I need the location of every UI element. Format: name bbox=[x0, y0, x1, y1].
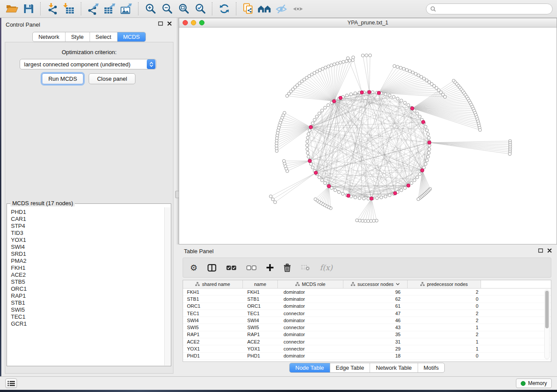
close-panel-icon[interactable] bbox=[547, 248, 552, 253]
table-cell[interactable]: 2 bbox=[408, 332, 481, 337]
open-file-button[interactable] bbox=[3, 2, 20, 16]
mcds-result-item[interactable]: SWI5 bbox=[11, 306, 164, 313]
search-input[interactable] bbox=[439, 6, 548, 12]
memory-button[interactable]: Memory bbox=[516, 378, 552, 388]
table-scrollbar[interactable] bbox=[544, 289, 550, 359]
network-graph[interactable] bbox=[179, 28, 557, 244]
table-cell[interactable]: YOX1 bbox=[243, 346, 278, 351]
delete-row-button[interactable] bbox=[284, 264, 291, 272]
mcds-result-item[interactable]: ORC1 bbox=[11, 285, 164, 292]
mcds-result-item[interactable]: STP4 bbox=[11, 223, 164, 230]
table-cell[interactable]: TEC1 bbox=[243, 311, 278, 316]
table-row[interactable]: YOX1YOX1connector291 bbox=[183, 345, 551, 352]
zoom-selected-button[interactable] bbox=[192, 2, 208, 16]
show-all-button[interactable] bbox=[290, 2, 306, 16]
mcds-result-item[interactable]: SWI4 bbox=[11, 244, 164, 251]
zoom-in-button[interactable] bbox=[142, 2, 159, 16]
tab-node-table[interactable]: Node Table bbox=[290, 363, 330, 372]
float-panel-icon[interactable] bbox=[158, 21, 163, 26]
mcds-result-item[interactable]: FKH1 bbox=[11, 265, 164, 272]
table-cell[interactable]: connector bbox=[278, 311, 343, 316]
tab-mcds[interactable]: MCDS bbox=[117, 32, 145, 41]
table-cell[interactable]: 46 bbox=[343, 318, 408, 323]
criterion-select[interactable]: largest connected component (undirected) bbox=[20, 59, 156, 69]
table-cell[interactable]: ACE2 bbox=[243, 339, 278, 344]
mcds-result-item[interactable]: TEC1 bbox=[11, 313, 164, 320]
table-cell[interactable]: YOX1 bbox=[183, 346, 243, 351]
tab-network-table[interactable]: Network Table bbox=[370, 363, 417, 372]
mcds-result-item[interactable]: STB1 bbox=[11, 299, 164, 306]
tab-style[interactable]: Style bbox=[65, 32, 90, 41]
refresh-view-button[interactable] bbox=[216, 2, 232, 16]
column-header-mcds-role[interactable]: MCDS role bbox=[278, 280, 343, 288]
mcds-result-item[interactable]: PMA2 bbox=[11, 258, 164, 265]
table-cell[interactable]: 31 bbox=[343, 339, 408, 344]
table-cell[interactable]: SWI5 bbox=[243, 325, 278, 330]
table-cell[interactable]: RAP1 bbox=[243, 332, 278, 337]
hide-selected-button[interactable] bbox=[273, 2, 290, 16]
column-settings-button[interactable]: ⚙ bbox=[190, 264, 197, 272]
import-network-button[interactable] bbox=[44, 2, 61, 16]
table-cell[interactable]: 1 bbox=[408, 346, 481, 351]
export-table-button[interactable] bbox=[101, 2, 118, 16]
mcds-result-item[interactable]: SRD1 bbox=[11, 251, 164, 258]
table-cell[interactable]: 29 bbox=[343, 346, 408, 351]
table-cell[interactable]: 62 bbox=[343, 296, 408, 302]
table-cell[interactable]: dominator bbox=[278, 296, 343, 302]
column-header-shared-name[interactable]: shared name bbox=[183, 280, 243, 288]
table-cell[interactable]: 0 bbox=[408, 353, 481, 358]
window-maximize-traffic-light[interactable] bbox=[199, 20, 204, 25]
table-cell[interactable]: 2 bbox=[408, 311, 481, 316]
network-canvas[interactable] bbox=[179, 28, 557, 244]
export-network-button[interactable] bbox=[85, 2, 101, 16]
table-cell[interactable]: dominator bbox=[278, 289, 343, 295]
import-table-button[interactable] bbox=[61, 2, 77, 16]
clone-network-button[interactable] bbox=[240, 2, 256, 16]
close-panel-button[interactable]: Close panel bbox=[89, 73, 135, 84]
export-image-button[interactable] bbox=[118, 2, 135, 16]
table-cell[interactable]: ORC1 bbox=[183, 303, 243, 309]
mcds-list-scrollbar[interactable] bbox=[164, 207, 170, 365]
table-cell[interactable]: TEC1 bbox=[183, 311, 243, 316]
table-cell[interactable]: dominator bbox=[278, 318, 343, 323]
table-cell[interactable]: 0 bbox=[408, 296, 481, 302]
table-cell[interactable]: PHD1 bbox=[243, 353, 278, 358]
mcds-result-item[interactable]: ACE2 bbox=[11, 272, 164, 279]
table-cell[interactable]: RAP1 bbox=[183, 332, 243, 337]
table-cell[interactable]: 2 bbox=[408, 318, 481, 323]
table-cell[interactable]: 35 bbox=[343, 332, 408, 337]
mcds-result-item[interactable]: RAP1 bbox=[11, 292, 164, 299]
table-cell[interactable]: connector bbox=[278, 325, 343, 330]
first-neighbors-button[interactable] bbox=[256, 2, 273, 16]
table-cell[interactable]: connector bbox=[278, 346, 343, 351]
table-cell[interactable]: FKH1 bbox=[243, 289, 278, 295]
table-row[interactable]: PHD1PHD1dominator180 bbox=[183, 353, 551, 360]
mcds-result-item[interactable]: STB5 bbox=[11, 279, 164, 285]
table-row[interactable]: TEC1TEC1connector472 bbox=[183, 310, 551, 317]
table-cell[interactable]: ORC1 bbox=[243, 303, 278, 309]
table-cell[interactable]: 2 bbox=[408, 289, 481, 295]
zoom-fit-button[interactable] bbox=[175, 2, 192, 16]
table-cell[interactable]: connector bbox=[278, 339, 343, 344]
table-cell[interactable]: STB1 bbox=[243, 296, 278, 302]
column-header-predecessor-nodes[interactable]: predecessor nodes bbox=[408, 280, 481, 288]
table-cell[interactable]: PHD1 bbox=[183, 353, 243, 358]
network-window-titlebar[interactable]: YPA_prune.txt_1 bbox=[179, 18, 557, 28]
table-row[interactable]: SWI4SWI4dominator462 bbox=[183, 317, 551, 324]
table-row[interactable]: ACE2ACE2connector311 bbox=[183, 338, 551, 345]
function-builder-button[interactable]: f(x) bbox=[320, 263, 332, 272]
add-row-button[interactable] bbox=[266, 264, 273, 271]
table-cell[interactable]: 43 bbox=[343, 325, 408, 330]
mcds-result-item[interactable]: YOX1 bbox=[11, 237, 164, 244]
tab-motifs[interactable]: Motifs bbox=[418, 363, 445, 372]
table-cell[interactable]: 1 bbox=[408, 339, 481, 344]
table-cell[interactable]: 61 bbox=[343, 303, 408, 309]
table-cell[interactable]: SWI4 bbox=[243, 318, 278, 323]
table-cell[interactable]: SWI4 bbox=[183, 318, 243, 323]
table-row[interactable]: RAP1RAP1dominator352 bbox=[183, 331, 551, 338]
column-header-successor-nodes[interactable]: successor nodes bbox=[343, 280, 408, 288]
split-view-button[interactable] bbox=[208, 264, 216, 272]
close-panel-icon[interactable] bbox=[167, 21, 172, 26]
table-row[interactable]: ORC1ORC1dominator610 bbox=[183, 303, 551, 310]
table-cell[interactable]: ACE2 bbox=[183, 339, 243, 344]
